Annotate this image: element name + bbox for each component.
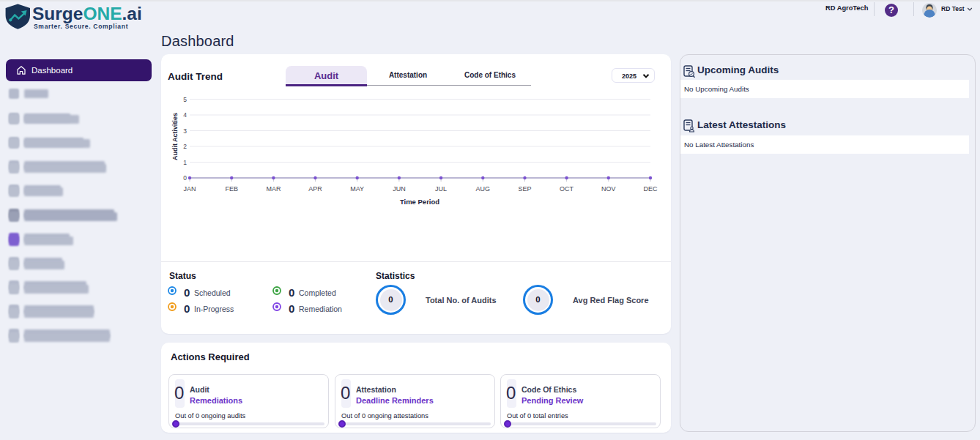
svg-text:JUN: JUN (393, 185, 406, 193)
svg-text:5: 5 (183, 96, 187, 103)
svg-text:3: 3 (183, 127, 187, 135)
svg-text:0: 0 (183, 174, 187, 182)
svg-text:MAY: MAY (350, 185, 364, 193)
svg-text:OCT: OCT (560, 185, 574, 193)
svg-text:Time Period: Time Period (400, 198, 439, 206)
svg-text:NOV: NOV (601, 185, 616, 193)
svg-text:4: 4 (183, 111, 187, 119)
svg-text:DEC: DEC (643, 185, 658, 193)
svg-text:JUL: JUL (435, 185, 447, 193)
svg-text:JAN: JAN (183, 185, 196, 193)
svg-text:Audit Activities: Audit Activities (171, 113, 179, 160)
svg-text:AUG: AUG (476, 185, 491, 193)
svg-text:FEB: FEB (225, 185, 238, 193)
svg-text:MAR: MAR (266, 185, 281, 193)
svg-text:APR: APR (308, 185, 322, 193)
svg-text:2: 2 (183, 143, 187, 150)
svg-text:1: 1 (183, 159, 187, 166)
svg-text:SEP: SEP (518, 185, 531, 193)
